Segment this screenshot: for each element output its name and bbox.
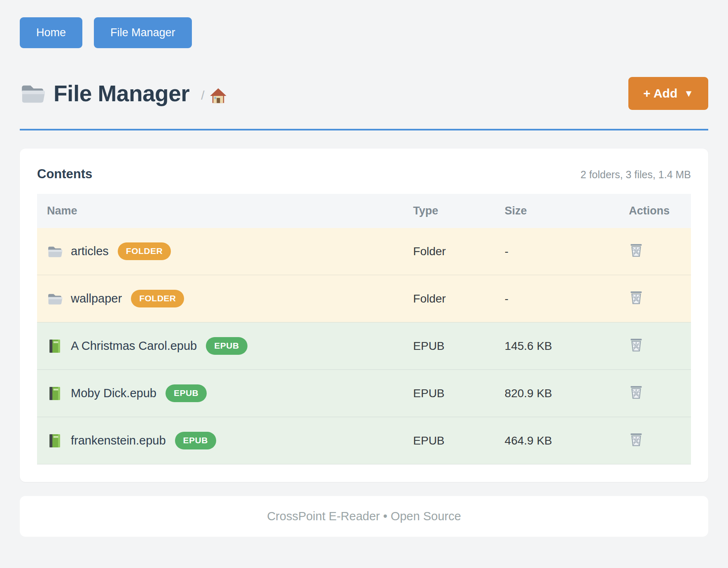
add-button[interactable]: + Add ▼ xyxy=(628,77,708,110)
name-cell: Moby Dick.epub EPUB xyxy=(47,384,393,402)
top-nav: Home File Manager xyxy=(20,0,708,48)
column-header-size: Size xyxy=(495,194,619,228)
folder-icon xyxy=(47,291,63,306)
card-title: Contents xyxy=(37,167,92,182)
files-table: Name Type Size Actions articles FOLDER xyxy=(37,194,691,465)
size-cell: - xyxy=(495,275,619,322)
file-link[interactable]: frankenstein.epub xyxy=(71,434,166,447)
column-header-actions: Actions xyxy=(619,194,691,228)
nav-home-button[interactable]: Home xyxy=(20,17,82,48)
size-cell: - xyxy=(495,228,619,275)
delete-button[interactable] xyxy=(629,384,644,400)
epub-badge: EPUB xyxy=(206,337,247,355)
size-cell: 464.9 KB xyxy=(495,417,619,464)
column-header-type: Type xyxy=(403,194,495,228)
card-header: Contents 2 folders, 3 files, 1.4 MB xyxy=(37,167,691,182)
size-cell: 145.6 KB xyxy=(495,322,619,370)
column-header-name: Name xyxy=(37,194,403,228)
type-cell: EPUB xyxy=(403,417,495,464)
folder-icon xyxy=(20,83,45,104)
epub-badge: EPUB xyxy=(166,384,207,402)
house-icon[interactable] xyxy=(210,88,227,104)
trash-icon xyxy=(629,337,644,352)
epub-badge: EPUB xyxy=(175,432,216,449)
name-cell: articles FOLDER xyxy=(47,242,393,260)
folder-icon xyxy=(47,244,63,259)
footer-text: CrossPoint E-Reader • Open Source xyxy=(267,510,461,523)
table-header-row: Name Type Size Actions xyxy=(37,194,691,228)
file-link[interactable]: A Christmas Carol.epub xyxy=(71,339,197,353)
actions-cell xyxy=(619,275,691,322)
actions-cell xyxy=(619,370,691,417)
breadcrumb-separator: / xyxy=(201,88,204,102)
folder-badge: FOLDER xyxy=(118,242,171,260)
name-cell: frankenstein.epub EPUB xyxy=(47,432,393,449)
table-row: wallpaper FOLDER Folder - xyxy=(37,275,691,322)
trash-icon xyxy=(629,384,644,400)
add-button-label: + Add xyxy=(643,86,677,100)
book-icon xyxy=(47,386,63,401)
trash-icon xyxy=(629,431,644,447)
actions-cell xyxy=(619,417,691,464)
type-cell: Folder xyxy=(403,275,495,322)
page: Home File Manager File Manager / + Add ▼… xyxy=(0,0,728,537)
contents-card: Contents 2 folders, 3 files, 1.4 MB Name… xyxy=(20,149,708,482)
delete-button[interactable] xyxy=(629,431,644,447)
type-cell: EPUB xyxy=(403,370,495,417)
table-row: Moby Dick.epub EPUB EPUB 820.9 KB xyxy=(37,370,691,417)
trash-icon xyxy=(629,242,644,258)
table-row: frankenstein.epub EPUB EPUB 464.9 KB xyxy=(37,417,691,464)
folder-link[interactable]: wallpaper xyxy=(71,292,122,305)
type-cell: Folder xyxy=(403,228,495,275)
footer: CrossPoint E-Reader • Open Source xyxy=(20,496,708,537)
page-title: File Manager xyxy=(54,80,189,107)
type-cell: EPUB xyxy=(403,322,495,370)
file-link[interactable]: Moby Dick.epub xyxy=(71,386,156,400)
table-row: articles FOLDER Folder - xyxy=(37,228,691,275)
actions-cell xyxy=(619,322,691,370)
folder-badge: FOLDER xyxy=(131,290,184,307)
contents-summary: 2 folders, 3 files, 1.4 MB xyxy=(581,169,691,181)
delete-button[interactable] xyxy=(629,289,644,305)
title-wrap: File Manager / xyxy=(20,80,227,107)
trash-icon xyxy=(629,289,644,305)
book-icon xyxy=(47,339,63,354)
accent-divider xyxy=(20,129,708,130)
table-row: A Christmas Carol.epub EPUB EPUB 145.6 K… xyxy=(37,322,691,370)
nav-file-manager-button[interactable]: File Manager xyxy=(94,17,192,48)
folder-link[interactable]: articles xyxy=(71,244,109,258)
delete-button[interactable] xyxy=(629,337,644,352)
name-cell: A Christmas Carol.epub EPUB xyxy=(47,337,393,355)
page-header: File Manager / + Add ▼ xyxy=(20,77,708,110)
chevron-down-icon: ▼ xyxy=(684,88,693,99)
actions-cell xyxy=(619,228,691,275)
name-cell: wallpaper FOLDER xyxy=(47,290,393,307)
book-icon xyxy=(47,433,63,448)
delete-button[interactable] xyxy=(629,242,644,258)
size-cell: 820.9 KB xyxy=(495,370,619,417)
